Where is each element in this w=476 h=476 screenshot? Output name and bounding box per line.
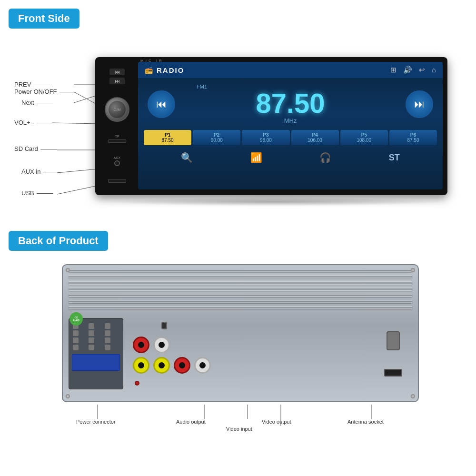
st-label: ST [389,153,400,163]
left-panel: ⏮ ⏭ O/M TF AUX [98,62,137,189]
freq-display: FM1 87.50 MHz [182,84,398,124]
antenna-socket-label: Antenna socket [347,419,384,425]
fin-7 [69,306,412,309]
pin [89,337,94,343]
aux-area: AUX [114,156,120,166]
screen-bottom-row: 🔍 📶 🎧 ST [138,147,443,168]
rca-yellow-video [133,357,149,374]
screw-br [411,394,415,398]
pin [105,323,110,329]
speaker-icon: 🔊 [403,66,412,74]
knob-inner: O/M [109,101,126,118]
rca-red-1 [133,337,149,353]
headphone-icon[interactable]: 🎧 [319,152,331,163]
wifi-icon[interactable]: 📶 [250,152,262,163]
video-input-label: Video input [226,426,252,432]
mhz-label: MHz [182,117,398,124]
back-icon: ↩ [419,66,425,74]
frequency-display: 87.50 [182,89,398,117]
prev-label: PREV [14,81,31,88]
fin-3 [69,281,412,285]
search-icon[interactable]: 🔍 [181,152,193,163]
rca-inner [159,342,165,348]
volume-knob[interactable]: O/M [105,97,129,122]
rca-white-2 [194,357,211,374]
pin [105,337,110,343]
aux-label: AUX in [21,168,40,175]
front-side-badge: Front Side [9,9,79,29]
preset-1[interactable]: P1 87.50 [144,130,191,145]
pin [89,330,94,336]
screw-bl [66,394,70,398]
rca-yellow-2 [153,357,170,374]
usb-port [384,369,402,377]
svg-line-1 [74,92,98,105]
antenna-socket [387,331,400,350]
pin [105,345,110,350]
vol-label: VOL+ - [14,119,34,126]
small-red-jack [135,381,139,386]
radio-title: RADIO [157,66,184,74]
rca-inner [199,362,206,368]
small-jack-back [161,322,167,329]
fin-1 [69,269,412,272]
radio-display: ⏮ FM1 87.50 MHz ⏭ [138,78,443,130]
usb-slot[interactable] [108,179,126,183]
sd-label: SD Card [14,145,38,152]
back-bottom-area: CERoHS [69,318,412,397]
pin [73,330,79,336]
svg-line-3 [52,123,98,124]
aux-jack[interactable] [114,160,120,166]
preset-6[interactable]: P6 87.50 [389,130,437,145]
prev-button[interactable]: ⏮ [109,69,125,75]
sd-slot-area: TF [108,135,126,143]
preset-4[interactable]: P4 106.00 [291,130,339,145]
next-track-button[interactable]: ⏭ [406,90,433,118]
device-shadow [105,198,443,206]
back-device-body: CERoHS [62,264,419,402]
equalizer-icon: ⊞ [390,66,397,74]
prev-track-button[interactable]: ⏮ [148,90,175,118]
usb-area [108,179,126,183]
power-connector-label: Power connector [76,419,116,425]
preset-2[interactable]: P2 90.00 [193,130,240,145]
pin [73,345,79,350]
fin-2 [69,275,412,278]
antenna-section [374,318,412,389]
header-icons: ⊞ 🔊 ↩ ⌂ [390,66,436,74]
rca-section [133,337,365,374]
rca-inner [138,362,144,368]
video-row [133,357,365,374]
preset-row: P1 87.50 P2 90.00 P3 98.00 P4 106.00 P5 … [138,130,443,145]
rca-red-2 [174,357,190,374]
pin [89,345,94,350]
rca-white-1 [153,337,170,353]
audio-output-row [133,337,365,353]
radio-icon: 📻 [145,66,153,74]
cooling-fins [69,269,412,317]
preset-3[interactable]: P3 98.00 [242,130,289,145]
pin [89,323,94,329]
aux-label-device: AUX [114,156,120,159]
power-connector-block: CERoHS [69,318,123,389]
rca-inner [138,342,144,348]
next-label: Next [21,99,34,106]
pin [105,330,110,336]
usb-label: USB [21,189,34,197]
nav-buttons: ⏮ ⏭ [109,69,125,84]
back-side-badge: Back of Product [9,231,108,251]
screen: 📻 RADIO ⊞ 🔊 ↩ ⌂ ⏮ FM1 87.50 MHz ⏭ [138,62,443,189]
pin [73,337,79,343]
back-labels: Power connector Audio output Video input… [62,402,419,440]
rca-inner [179,362,185,368]
fin-6 [69,300,412,303]
fin-5 [69,294,412,297]
power-label: Power ON/OFF [14,88,57,95]
home-icon: ⌂ [432,66,436,74]
screw-tl [66,268,70,272]
middle-section [129,318,368,389]
screen-header: 📻 RADIO ⊞ 🔊 ↩ ⌂ [138,62,443,78]
sd-slot[interactable] [108,139,126,143]
preset-5[interactable]: P5 108.00 [340,130,388,145]
next-button[interactable]: ⏭ [109,78,125,84]
